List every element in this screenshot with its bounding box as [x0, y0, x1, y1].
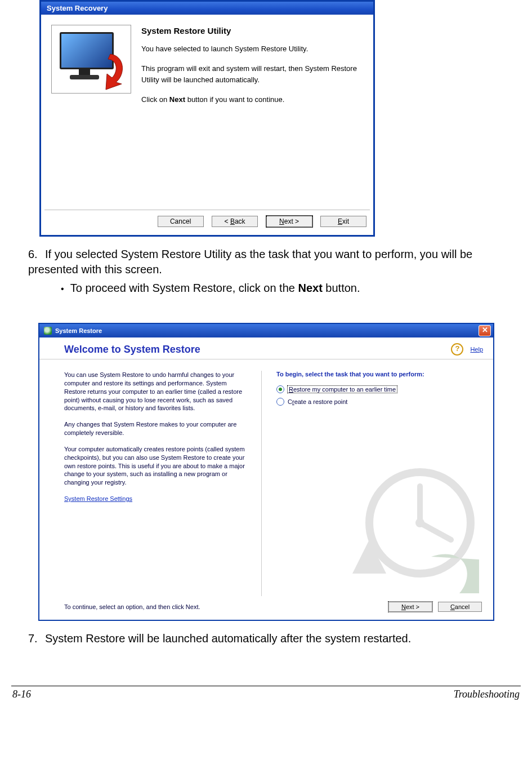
next-button[interactable]: Next >: [388, 602, 432, 612]
step-6: 6.If you selected System Restore Utility…: [28, 247, 504, 296]
step-7: 7.System Restore will be launched automa…: [28, 631, 504, 646]
clock-watermark-icon: [347, 461, 482, 596]
system-recovery-dialog: System Recovery System Restore Utility Y…: [39, 0, 375, 237]
section-title: Troubleshooting: [454, 689, 520, 700]
info-paragraph: You can use System Restore to undo harmf…: [64, 371, 250, 412]
radio-icon: [276, 385, 284, 393]
radio-restore-earlier[interactable]: Restore my computer to an earlier time: [276, 385, 482, 393]
cancel-button[interactable]: Cancel: [158, 216, 204, 227]
close-button[interactable]: ✕: [479, 325, 491, 336]
help-icon[interactable]: ?: [451, 343, 463, 356]
info-paragraph: Any changes that System Restore makes to…: [64, 420, 250, 437]
dialog-titlebar[interactable]: System Restore ✕: [39, 324, 493, 337]
step-text: System Restore will be launched automati…: [45, 632, 411, 645]
page-footer: 8-16 Troubleshooting: [11, 689, 521, 704]
dialog-paragraph: Click on Next button if you want to cont…: [141, 94, 363, 105]
system-restore-settings-link[interactable]: System Restore Settings: [64, 495, 132, 502]
system-restore-dialog: System Restore ✕ Welcome to System Resto…: [38, 323, 494, 621]
dialog-titlebar[interactable]: System Recovery: [41, 2, 373, 15]
radio-label: Create a restore point: [288, 398, 347, 405]
task-column: To begin, select the task that you want …: [262, 371, 482, 596]
task-prompt: To begin, select the task that you want …: [276, 371, 482, 377]
svg-line-2: [420, 523, 451, 540]
step-number: 7.: [28, 631, 45, 646]
step-number: 6.: [28, 247, 45, 262]
dialog-title: System Recovery: [47, 4, 108, 12]
next-button[interactable]: Next >: [266, 216, 312, 227]
help-link[interactable]: Help: [470, 346, 483, 353]
dialog-paragraph: You have selected to launch System Resto…: [141, 43, 363, 55]
radio-create-point[interactable]: Create a restore point: [276, 398, 482, 406]
footer-text: To continue, select an option, and then …: [64, 603, 200, 610]
dialog-button-row: Cancel < Back Next > Exit: [41, 210, 373, 235]
info-paragraph: Your computer automatically creates rest…: [64, 445, 250, 487]
back-button[interactable]: < Back: [212, 216, 258, 227]
monitor-restore-icon: [51, 25, 131, 94]
page-number: 8-16: [12, 689, 31, 700]
info-column: You can use System Restore to undo harmf…: [64, 371, 262, 596]
radio-label: Restore my computer to an earlier time: [288, 386, 397, 393]
dialog-text: System Restore Utility You have selected…: [141, 25, 363, 114]
exit-button[interactable]: Exit: [320, 216, 366, 227]
dialog-heading: System Restore Utility: [141, 25, 363, 38]
step-text: If you selected System Restore Utility a…: [28, 248, 472, 276]
radio-icon: [276, 398, 284, 406]
page-header: Welcome to System Restore: [64, 344, 200, 356]
cancel-button[interactable]: Cancel: [438, 602, 482, 612]
dialog-title: System Restore: [55, 327, 102, 334]
step-bullet: • To proceed with System Restore, click …: [61, 281, 504, 296]
dialog-paragraph: This program will exit and system will r…: [141, 63, 363, 85]
svg-point-3: [415, 518, 424, 527]
app-icon: [44, 327, 52, 335]
